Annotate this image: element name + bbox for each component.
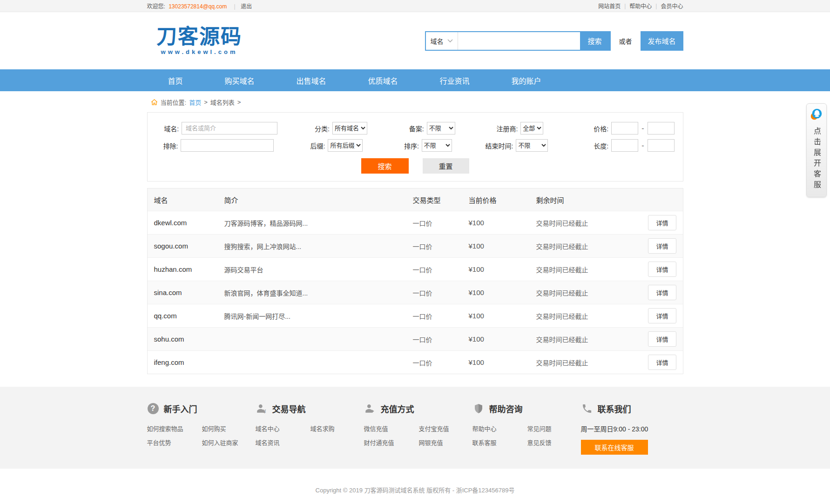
- trade-type: 一口价: [413, 242, 469, 251]
- customer-service-widget[interactable]: 点击展开客服: [806, 103, 827, 197]
- detail-button[interactable]: 详情: [648, 331, 676, 347]
- footer-link[interactable]: 平台优势: [147, 438, 202, 447]
- filter-search-button[interactable]: 搜索: [361, 158, 409, 174]
- publish-domain-button[interactable]: 发布域名: [641, 31, 683, 51]
- detail-button[interactable]: 详情: [648, 215, 676, 230]
- footer-link[interactable]: 如何搜索物品: [147, 424, 202, 433]
- footer-link[interactable]: 域名中心: [256, 424, 310, 433]
- footer-link[interactable]: 意见反馈: [527, 438, 582, 447]
- filter-exclude-input[interactable]: [181, 139, 274, 152]
- range-separator: -: [641, 124, 644, 133]
- trade-type: 一口价: [413, 288, 469, 297]
- filter-domain-input[interactable]: [182, 122, 277, 134]
- domain-desc: 源码交易平台: [224, 265, 413, 274]
- filter-beian-select[interactable]: 不限: [427, 122, 455, 134]
- breadcrumb-sep: >: [204, 99, 208, 106]
- search-bar: 域名 搜索: [425, 31, 611, 51]
- filter-domain-label: 域名:: [156, 124, 179, 133]
- nav-item-buy-domain[interactable]: 购买域名: [204, 69, 276, 91]
- remain-time: 交易时间已经截止: [536, 218, 646, 228]
- filter-suffix-label: 后缀:: [305, 141, 325, 150]
- current-price: ¥100: [469, 219, 536, 227]
- remain-time: 交易时间已经截止: [536, 335, 646, 344]
- detail-button[interactable]: 详情: [648, 262, 676, 277]
- table-row: ifeng.com 一口价 ¥100 交易时间已经截止 详情: [148, 350, 683, 374]
- filter-beian-label: 备案:: [404, 124, 424, 133]
- table-row: sina.com 新浪官网，体育盛事全知道... 一口价 ¥100 交易时间已经…: [148, 281, 683, 304]
- breadcrumb-label: 当前位置:: [161, 98, 187, 107]
- contact-service-button[interactable]: 联系在线客服: [581, 440, 648, 455]
- footer-link[interactable]: 支付宝充值: [419, 424, 474, 433]
- customer-service-text: 点击展开客服: [811, 127, 822, 191]
- range-separator: -: [641, 141, 644, 150]
- footer-col-help: 帮助咨询 帮助中心 常见问题 联系客服 意见反馈: [472, 403, 581, 455]
- footer-link[interactable]: 如何购买: [202, 424, 257, 433]
- search-input[interactable]: [458, 32, 580, 50]
- filter-category-select[interactable]: 所有域名: [332, 122, 367, 134]
- topbar-welcome: 欢迎您: 13023572814@qq.com | 退出: [147, 2, 252, 10]
- topbar-link-help[interactable]: 帮助中心: [629, 2, 652, 10]
- nav-item-sell-domain[interactable]: 出售域名: [276, 69, 347, 91]
- filter-suffix-select[interactable]: 所有后缀: [328, 139, 363, 152]
- footer-link[interactable]: 微信充值: [364, 424, 419, 433]
- nav-item-industry-news[interactable]: 行业资讯: [419, 69, 491, 91]
- footer-link[interactable]: 联系客服: [472, 438, 527, 447]
- user-icon: [364, 403, 376, 415]
- breadcrumb: 当前位置: 首页 > 域名列表 >: [147, 91, 683, 110]
- footer-link[interactable]: 常见问题: [527, 424, 582, 433]
- filter-length-label: 长度:: [589, 141, 608, 150]
- domain-name: sohu.com: [148, 335, 224, 343]
- filter-reset-button[interactable]: 重置: [423, 158, 469, 174]
- detail-button[interactable]: 详情: [648, 238, 676, 254]
- domain-table: 域名 简介 交易类型 当前价格 剩余时间 dkewl.com 刀客源码博客，精品…: [147, 188, 683, 374]
- trade-type: 一口价: [413, 265, 469, 274]
- search-button[interactable]: 搜索: [580, 32, 610, 50]
- remain-time: 交易时间已经截止: [536, 242, 646, 251]
- site-logo[interactable]: 刀客源码 www.dkewl.com: [147, 26, 252, 55]
- divider: |: [624, 3, 626, 9]
- footer-link[interactable]: 域名求购: [310, 424, 365, 433]
- footer-col-title: 交易导航: [272, 403, 306, 415]
- header: 刀客源码 www.dkewl.com 域名 搜索 或者 发布域名: [0, 12, 830, 69]
- footer-link[interactable]: 帮助中心: [472, 424, 527, 433]
- breadcrumb-home-link[interactable]: 首页: [189, 98, 201, 107]
- filter-exclude-label: 排除:: [156, 141, 178, 150]
- nav-item-my-account[interactable]: 我的账户: [491, 69, 562, 91]
- home-icon: [151, 99, 158, 106]
- filter-endtime-select[interactable]: 不限: [516, 139, 547, 152]
- footer-link[interactable]: 财付通充值: [364, 438, 419, 447]
- copyright: Copyright © 2019 刀客源码测试域名系统 版权所有 - 浙ICP备…: [0, 469, 830, 504]
- topbar-link-home[interactable]: 网站首页: [598, 2, 621, 10]
- filter-price-max-input[interactable]: [648, 122, 675, 134]
- welcome-label: 欢迎您:: [147, 3, 165, 10]
- col-header-type: 交易类型: [413, 195, 469, 205]
- trade-type: 一口价: [413, 358, 469, 367]
- footer-link[interactable]: 网银充值: [419, 438, 474, 447]
- current-price: ¥100: [469, 289, 536, 296]
- filter-sort-select[interactable]: 不限: [422, 139, 452, 152]
- phone-icon: [581, 403, 593, 415]
- nav-item-home[interactable]: 首页: [147, 69, 204, 91]
- filter-price-min-input[interactable]: [611, 122, 638, 134]
- domain-name: sina.com: [148, 289, 224, 296]
- chevron-down-icon: [447, 38, 453, 44]
- footer-col-title: 充值方式: [381, 403, 414, 415]
- filter-length-max-input[interactable]: [648, 139, 675, 152]
- footer-col-title: 新手入门: [164, 403, 197, 415]
- filter-registrar-select[interactable]: 全部: [520, 122, 543, 134]
- user-email-link[interactable]: 13023572814@qq.com: [169, 3, 227, 10]
- detail-button[interactable]: 详情: [648, 355, 676, 370]
- topbar-link-member[interactable]: 会员中心: [661, 2, 683, 10]
- domain-name: ifeng.com: [148, 358, 224, 366]
- logout-link[interactable]: 退出: [241, 3, 252, 10]
- domain-name: dkewl.com: [148, 219, 224, 227]
- footer-link[interactable]: 如何入驻商家: [202, 438, 257, 447]
- nav-item-premium-domain[interactable]: 优质域名: [347, 69, 419, 91]
- col-header-price: 当前价格: [469, 195, 536, 205]
- detail-button[interactable]: 详情: [648, 308, 676, 323]
- search-category-select[interactable]: 域名: [426, 32, 458, 50]
- detail-button[interactable]: 详情: [648, 285, 676, 300]
- filter-length-min-input[interactable]: [611, 139, 638, 152]
- col-header-domain: 域名: [148, 195, 224, 205]
- footer-link[interactable]: 域名资讯: [256, 438, 310, 447]
